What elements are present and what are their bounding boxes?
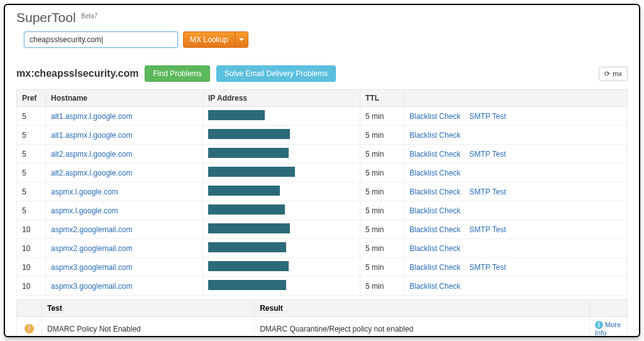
cell-ip [203,201,360,220]
app-frame: SuperTool Beta7 MX Lookup mx:cheapsslsec… [4,4,640,337]
mx-lookup-dropdown[interactable] [235,32,248,47]
blacklist-check-link[interactable]: Blacklist Check [409,225,460,234]
cell-ttl: 5 min [360,277,404,296]
cell-status: ! [17,317,42,338]
col-status [17,300,42,317]
blacklist-check-link[interactable]: Blacklist Check [409,244,460,253]
cell-actions: Blacklist CheckSMTP Test [404,258,628,277]
cell-ip [203,164,360,182]
app-title: SuperTool [16,10,76,25]
cell-ttl: 5 min [360,258,404,277]
more-info-link[interactable]: iMore Info [595,321,621,337]
refresh-mx-button[interactable]: ⟳ mx [599,67,628,81]
smtp-test-link[interactable]: SMTP Test [469,225,506,234]
blacklist-check-link[interactable]: Blacklist Check [409,282,460,291]
cell-pref: 5 [17,107,46,126]
col-test: Test [42,300,255,317]
cell-ttl: 5 min [360,239,404,258]
hostname-link[interactable]: aspmx3.googlemail.com [51,263,132,272]
hostname-link[interactable]: alt2.aspmx.l.google.com [51,169,132,177]
cell-result: DMARC Quarantine/Reject policy not enabl… [255,317,590,338]
cell-hostname: alt1.aspmx.l.google.com [46,107,203,126]
hostname-link[interactable]: alt1.aspmx.l.google.com [51,112,132,121]
cell-test: DMARC Policy Not Enabled [42,317,255,338]
domain-search-input[interactable] [24,31,178,48]
smtp-test-link[interactable]: SMTP Test [469,112,506,121]
cell-ttl: 5 min [360,126,404,145]
status-warn-icon: ! [25,324,34,333]
cell-actions: Blacklist Check [404,164,628,182]
hostname-link[interactable]: alt1.aspmx.l.google.com [51,131,132,140]
cell-ttl: 5 min [360,145,404,164]
hostname-link[interactable]: aspmx2.googlemail.com [51,244,132,253]
blacklist-check-link[interactable]: Blacklist Check [409,206,460,215]
cell-ip [203,258,360,277]
smtp-test-link[interactable]: SMTP Test [469,187,506,196]
smtp-test-link[interactable]: SMTP Test [469,150,506,159]
table-row: 5aspmx.l.google.com5 minBlacklist Check [17,201,628,220]
cell-hostname: alt1.aspmx.l.google.com [46,126,203,145]
table-row: 5alt1.aspmx.l.google.com5 minBlacklist C… [17,107,628,126]
cell-hostname: alt2.aspmx.l.google.com [46,164,203,182]
cell-ip [203,239,360,258]
cell-actions: Blacklist CheckSMTP Test [404,107,628,126]
ip-redacted [208,261,289,271]
cell-hostname: aspmx.l.google.com [46,201,203,220]
cell-hostname: aspmx2.googlemail.com [46,239,203,258]
cell-actions: Blacklist Check [404,201,628,220]
find-problems-button[interactable]: Find Problems [145,65,209,82]
refresh-mx-label: mx [613,70,622,77]
cell-pref: 10 [17,220,46,239]
ip-redacted [208,242,286,252]
cell-actions: Blacklist Check [404,277,628,296]
blacklist-check-link[interactable]: Blacklist Check [409,131,460,140]
ip-redacted [208,280,286,290]
ip-redacted [208,223,290,233]
hostname-link[interactable]: aspmx3.googlemail.com [51,282,132,291]
cell-pref: 5 [17,201,46,220]
blacklist-check-link[interactable]: Blacklist Check [409,187,460,196]
ip-redacted [208,186,280,196]
refresh-icon: ⟳ [604,70,610,78]
cell-pref: 5 [17,126,46,145]
ip-redacted [208,129,290,139]
mx-lookup-button[interactable]: MX Lookup [183,31,248,48]
app-header: SuperTool Beta7 [5,5,639,29]
cell-hostname: alt2.aspmx.l.google.com [46,145,203,164]
cell-hostname: aspmx3.googlemail.com [46,258,203,277]
cell-actions: Blacklist Check [404,126,628,145]
blacklist-check-link[interactable]: Blacklist Check [409,150,460,159]
col-pref: Pref [17,90,46,107]
cell-ttl: 5 min [360,107,404,126]
cell-ttl: 5 min [360,220,404,239]
table-row: 10aspmx2.googlemail.com5 minBlacklist Ch… [17,239,628,258]
blacklist-check-link[interactable]: Blacklist Check [409,112,460,121]
hostname-link[interactable]: aspmx.l.google.com [51,187,118,196]
tests-table: Test Result !DMARC Policy Not EnabledDMA… [16,299,628,337]
query-label: mx:cheapsslsecurity.com [16,68,138,79]
cell-actions: Blacklist CheckSMTP Test [404,182,628,201]
cell-pref: 5 [17,182,46,201]
cell-ttl: 5 min [360,164,404,182]
hostname-link[interactable]: aspmx2.googlemail.com [51,225,132,234]
hostname-link[interactable]: aspmx.l.google.com [51,206,118,215]
col-ip: IP Address [203,90,360,107]
cell-actions: Blacklist Check [404,239,628,258]
table-row: 5alt1.aspmx.l.google.com5 minBlacklist C… [17,126,628,145]
cell-ip [203,145,360,164]
cell-pref: 10 [17,239,46,258]
blacklist-check-link[interactable]: Blacklist Check [409,169,460,177]
ip-redacted [208,204,285,215]
cell-ip [203,126,360,145]
solve-delivery-button[interactable]: Solve Email Delivery Problems [216,65,336,82]
col-hostname: Hostname [46,90,203,107]
col-actions [404,90,628,107]
smtp-test-link[interactable]: SMTP Test [469,263,506,272]
hostname-link[interactable]: alt2.aspmx.l.google.com [51,150,132,159]
cell-pref: 5 [17,145,46,164]
cell-ip [203,277,360,296]
info-icon: i [595,321,603,329]
table-row: 10aspmx3.googlemail.com5 minBlacklist Ch… [17,258,628,277]
blacklist-check-link[interactable]: Blacklist Check [409,263,460,272]
table-row: !DMARC Policy Not EnabledDMARC Quarantin… [17,317,628,338]
